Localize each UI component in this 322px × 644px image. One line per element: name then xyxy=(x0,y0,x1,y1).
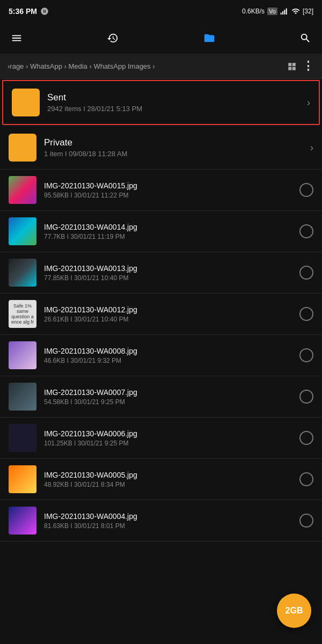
file-name-5: IMG-20210130-WA0007.jpg xyxy=(44,388,295,397)
file-item-3[interactable]: Safe 1%same question aence alg fr IMG-20… xyxy=(0,294,322,335)
svg-rect-0 xyxy=(281,13,282,14)
file-meta-5: 54.58KB I 30/01/21 9:25 PM xyxy=(44,398,295,406)
folder-name-sent: Sent xyxy=(47,92,307,103)
status-bar: 5:36 PM 0.6KB/s Vo [32] xyxy=(0,0,322,21)
file-item-4[interactable]: IMG-20210130-WA0008.jpg 46.6KB I 30/01/2… xyxy=(0,335,322,376)
file-thumb-4 xyxy=(9,341,36,369)
status-time: 5:36 PM xyxy=(9,7,49,16)
file-checkbox-6[interactable] xyxy=(299,431,313,445)
more-options-button[interactable]: ⋮ xyxy=(302,59,314,73)
file-item-1[interactable]: IMG-20210130-WA0014.jpg 77.7KB I 30/01/2… xyxy=(0,211,322,252)
svg-rect-3 xyxy=(286,9,287,14)
battery-level: 32 xyxy=(304,8,311,15)
status-right: 0.6KB/s Vo [32] xyxy=(242,7,313,16)
file-item-6[interactable]: IMG-20210130-WA0006.jpg 101.25KB I 30/01… xyxy=(0,418,322,459)
search-icon xyxy=(299,32,311,44)
wifi-icon xyxy=(291,7,300,16)
signal-icon xyxy=(280,7,289,16)
file-info-4: IMG-20210130-WA0008.jpg 46.6KB I 30/01/2… xyxy=(44,347,295,364)
grid-view-button[interactable] xyxy=(287,61,297,72)
file-meta-1: 77.7KB I 30/01/21 11:19 PM xyxy=(44,233,295,240)
file-thumb-1 xyxy=(9,217,36,245)
file-name-8: IMG-20210130-WA0004.jpg xyxy=(44,512,295,521)
file-checkbox-3[interactable] xyxy=(299,307,313,321)
file-thumb-5 xyxy=(9,383,36,411)
drive-icon xyxy=(40,7,49,16)
file-thumb-7 xyxy=(9,465,36,493)
file-name-7: IMG-20210130-WA0005.jpg xyxy=(44,471,295,479)
network-speed: 0.6KB/s xyxy=(242,8,265,15)
breadcrumb-actions: ⋮ xyxy=(287,59,314,73)
file-meta-6: 101.25KB I 30/01/21 9:25 PM xyxy=(44,440,295,447)
network-type: Vo xyxy=(267,8,277,15)
file-name-1: IMG-20210130-WA0014.jpg xyxy=(44,223,295,231)
top-nav-bar xyxy=(0,21,322,54)
grid-icon xyxy=(287,62,297,71)
file-item-0[interactable]: IMG-20210130-WA0015.jpg 95.58KB I 30/01/… xyxy=(0,170,322,211)
folder-private[interactable]: Private 1 item I 09/08/18 11:28 AM › xyxy=(0,126,322,170)
fab-label: 2GB xyxy=(286,606,303,616)
folder-info-private: Private 1 item I 09/08/18 11:28 AM xyxy=(44,137,310,158)
folder-meta-private: 1 item I 09/08/18 11:28 AM xyxy=(44,150,310,158)
file-meta-8: 81.63KB I 30/01/21 8:01 PM xyxy=(44,522,295,530)
file-info-7: IMG-20210130-WA0005.jpg 48.92KB I 30/01/… xyxy=(44,471,295,488)
file-item-5[interactable]: IMG-20210130-WA0007.jpg 54.58KB I 30/01/… xyxy=(0,376,322,418)
svg-rect-1 xyxy=(282,11,283,14)
folder-name-private: Private xyxy=(44,137,310,148)
file-item-8[interactable]: IMG-20210130-WA0004.jpg 81.63KB I 30/01/… xyxy=(0,500,322,541)
file-meta-3: 26.61KB I 30/01/21 10:40 PM xyxy=(44,316,295,323)
file-name-2: IMG-20210130-WA0013.jpg xyxy=(44,264,295,273)
file-meta-7: 48.92KB I 30/01/21 8:34 PM xyxy=(44,481,295,488)
folder-meta-sent: 2942 items I 28/01/21 5:13 PM xyxy=(47,105,307,113)
file-info-0: IMG-20210130-WA0015.jpg 95.58KB I 30/01/… xyxy=(44,181,295,199)
folder-icon xyxy=(203,32,215,44)
folder-button[interactable] xyxy=(203,31,215,45)
file-thumb-8 xyxy=(9,507,36,535)
file-info-5: IMG-20210130-WA0007.jpg 54.58KB I 30/01/… xyxy=(44,388,295,406)
file-checkbox-5[interactable] xyxy=(299,390,313,404)
file-meta-2: 77.85KB I 30/01/21 10:40 PM xyxy=(44,274,295,282)
file-name-4: IMG-20210130-WA0008.jpg xyxy=(44,347,295,355)
file-name-0: IMG-20210130-WA0015.jpg xyxy=(44,181,295,190)
file-name-6: IMG-20210130-WA0006.jpg xyxy=(44,429,295,438)
time-text: 5:36 PM xyxy=(9,7,37,16)
file-meta-4: 46.6KB I 30/01/21 9:32 PM xyxy=(44,357,295,364)
breadcrumb: ›rage › WhatsApp › Media › WhatsApp Imag… xyxy=(0,54,322,79)
file-name-3: IMG-20210130-WA0012.jpg xyxy=(44,305,295,314)
file-info-3: IMG-20210130-WA0012.jpg 26.61KB I 30/01/… xyxy=(44,305,295,323)
file-item-2[interactable]: IMG-20210130-WA0013.jpg 77.85KB I 30/01/… xyxy=(0,252,322,294)
file-checkbox-4[interactable] xyxy=(299,348,313,362)
menu-icon xyxy=(11,32,23,44)
file-checkbox-8[interactable] xyxy=(299,514,313,528)
file-thumb-2 xyxy=(9,259,36,287)
file-checkbox-2[interactable] xyxy=(299,266,313,280)
file-list: Sent 2942 items I 28/01/21 5:13 PM › Pri… xyxy=(0,80,322,541)
menu-button[interactable] xyxy=(11,31,23,45)
storage-fab[interactable]: 2GB xyxy=(277,594,311,628)
file-thumb-6 xyxy=(9,424,36,452)
file-info-2: IMG-20210130-WA0013.jpg 77.85KB I 30/01/… xyxy=(44,264,295,282)
file-checkbox-0[interactable] xyxy=(299,183,313,197)
file-thumb-0 xyxy=(9,176,36,204)
folder-icon-sent xyxy=(12,89,40,116)
file-info-6: IMG-20210130-WA0006.jpg 101.25KB I 30/01… xyxy=(44,429,295,447)
folder-info-sent: Sent 2942 items I 28/01/21 5:13 PM xyxy=(47,92,307,113)
file-info-8: IMG-20210130-WA0004.jpg 81.63KB I 30/01/… xyxy=(44,512,295,530)
breadcrumb-path[interactable]: ›rage › WhatsApp › Media › WhatsApp Imag… xyxy=(8,62,285,70)
file-info-1: IMG-20210130-WA0014.jpg 77.7KB I 30/01/2… xyxy=(44,223,295,240)
file-item-7[interactable]: IMG-20210130-WA0005.jpg 48.92KB I 30/01/… xyxy=(0,459,322,500)
file-meta-0: 95.58KB I 30/01/21 11:22 PM xyxy=(44,192,295,199)
battery-indicator: [32] xyxy=(303,8,313,15)
file-checkbox-1[interactable] xyxy=(299,224,313,238)
folder-icon-private xyxy=(9,134,36,162)
folder-sent[interactable]: Sent 2942 items I 28/01/21 5:13 PM › xyxy=(2,80,320,125)
svg-rect-2 xyxy=(284,10,285,14)
history-icon xyxy=(107,32,119,44)
search-button[interactable] xyxy=(299,31,311,45)
history-button[interactable] xyxy=(107,31,119,45)
chevron-sent: › xyxy=(307,97,310,108)
file-thumb-3: Safe 1%same question aence alg fr xyxy=(9,300,36,328)
breadcrumb-text: ›rage › WhatsApp › Media › WhatsApp Imag… xyxy=(8,62,155,70)
file-checkbox-7[interactable] xyxy=(299,472,313,486)
chevron-private: › xyxy=(310,142,313,153)
